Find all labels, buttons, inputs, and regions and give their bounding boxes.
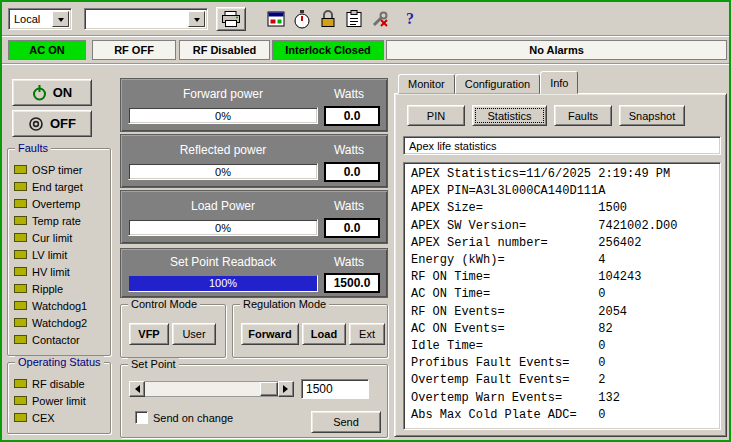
send-button[interactable]: Send bbox=[311, 411, 381, 433]
fault-led-icon bbox=[14, 301, 27, 310]
operating-status-group: Operating Status RF disable Power limit … bbox=[7, 362, 111, 434]
control-mode-title: Control Mode bbox=[128, 298, 200, 310]
load-power-meter: Load Power Watts 0% 0.0 bbox=[120, 190, 388, 244]
meter-unit: Watts bbox=[318, 143, 380, 157]
fault-label: LV limit bbox=[32, 249, 67, 261]
pin-button[interactable]: PIN bbox=[407, 105, 465, 126]
lock-button[interactable] bbox=[316, 7, 340, 31]
faults-button[interactable]: Faults bbox=[554, 105, 612, 126]
power-off-icon bbox=[28, 116, 44, 132]
preset-select-dropdown-button[interactable] bbox=[188, 11, 205, 27]
snapshot-button[interactable]: Snapshot bbox=[619, 105, 685, 126]
ext-regulation-button[interactable]: Ext bbox=[349, 323, 385, 345]
reflected-power-meter: Reflected power Watts 0% 0.0 bbox=[120, 134, 388, 188]
status-item-rf-disable: RF disable bbox=[8, 375, 110, 392]
fault-led-icon bbox=[14, 165, 27, 174]
meter-header: Set Point Readback Watts bbox=[128, 253, 380, 270]
slider-track[interactable] bbox=[145, 381, 278, 397]
slider-right-button[interactable] bbox=[278, 381, 294, 397]
load-power-value: 0.0 bbox=[324, 218, 380, 238]
progress-percent-label: 0% bbox=[129, 164, 317, 179]
set-point-input[interactable] bbox=[301, 379, 369, 399]
user-mode-button[interactable]: User bbox=[172, 323, 216, 345]
status-label: Power limit bbox=[32, 395, 86, 407]
rf-on-button[interactable]: ON bbox=[12, 79, 92, 106]
meter-row: 100% 1500.0 bbox=[128, 273, 380, 293]
load-regulation-button[interactable]: Load bbox=[302, 323, 346, 345]
fault-label: HV limit bbox=[32, 266, 70, 278]
fault-led-icon bbox=[14, 318, 27, 327]
meter-title: Set Point Readback bbox=[128, 255, 318, 269]
meter-unit: Watts bbox=[318, 255, 380, 269]
forward-power-meter: Forward power Watts 0% 0.0 bbox=[120, 78, 388, 132]
fault-label: Ripple bbox=[32, 283, 63, 295]
preset-select[interactable] bbox=[84, 8, 208, 30]
tab-info[interactable]: Info bbox=[540, 71, 578, 94]
fault-label: Contactor bbox=[32, 334, 80, 346]
help-button[interactable]: ? bbox=[398, 7, 422, 31]
statistics-button[interactable]: Statistics bbox=[472, 105, 547, 126]
reflected-power-value: 0.0 bbox=[324, 162, 380, 182]
fault-led-icon bbox=[14, 335, 27, 344]
rf-off-button[interactable]: OFF bbox=[12, 110, 92, 137]
send-on-change-label: Send on change bbox=[153, 412, 233, 424]
print-button[interactable] bbox=[216, 7, 246, 31]
toolbar-separator bbox=[2, 35, 729, 37]
load-power-progressbar: 0% bbox=[128, 219, 318, 236]
slider-left-button[interactable] bbox=[129, 381, 145, 397]
send-on-change-checkbox[interactable] bbox=[135, 411, 148, 424]
mode-select-value: Local bbox=[9, 13, 52, 25]
help-icon: ? bbox=[406, 10, 414, 28]
control-mode-group: Control Mode VFP User bbox=[120, 304, 226, 358]
meter-header: Reflected power Watts bbox=[128, 141, 380, 159]
status-label: RF disable bbox=[32, 378, 85, 390]
fault-label: End target bbox=[32, 181, 83, 193]
meter-row: 0% 0.0 bbox=[128, 162, 380, 182]
log-button[interactable] bbox=[342, 7, 366, 31]
forward-regulation-button[interactable]: Forward bbox=[241, 323, 299, 345]
faults-group-title: Faults bbox=[15, 142, 51, 154]
status-led-icon bbox=[14, 413, 27, 422]
lock-icon bbox=[320, 10, 336, 28]
send-on-change-option[interactable]: Send on change bbox=[135, 411, 233, 424]
service-button[interactable] bbox=[368, 7, 392, 31]
tab-configuration[interactable]: Configuration bbox=[455, 74, 540, 94]
slider-thumb[interactable] bbox=[260, 382, 278, 396]
set-point-slider[interactable] bbox=[129, 381, 294, 397]
info-tab-page: PIN Statistics Faults Snapshot Apex life… bbox=[394, 93, 727, 437]
arrow-right-icon bbox=[283, 385, 292, 393]
fault-led-icon bbox=[14, 284, 27, 293]
meter-title: Forward power bbox=[128, 87, 318, 101]
chevron-down-icon bbox=[194, 18, 200, 25]
mode-select[interactable]: Local bbox=[8, 8, 72, 30]
regulation-mode-buttons: Forward Load Ext bbox=[233, 305, 387, 345]
panel-icon bbox=[267, 11, 285, 27]
status-label: CEX bbox=[32, 412, 55, 424]
off-button-label: OFF bbox=[50, 116, 76, 131]
fault-item-ripple: Ripple bbox=[8, 280, 110, 297]
statistics-text-area[interactable]: APEX Statistics=11/6/2025 2:19:49 PM APE… bbox=[403, 162, 721, 430]
vfp-mode-button[interactable]: VFP bbox=[129, 323, 169, 345]
status-item-power-limit: Power limit bbox=[8, 392, 110, 409]
rf-disabled-indicator: RF Disabled bbox=[179, 40, 270, 60]
tab-monitor[interactable]: Monitor bbox=[398, 74, 455, 94]
toolbar: Local bbox=[2, 2, 729, 35]
fault-label: Temp rate bbox=[32, 215, 81, 227]
fault-item-watchdog1: Watchdog1 bbox=[8, 297, 110, 314]
status-led-icon bbox=[14, 396, 27, 405]
progress-percent-label: 0% bbox=[129, 220, 317, 235]
stopwatch-button[interactable] bbox=[290, 7, 314, 31]
fault-item-temp-rate: Temp rate bbox=[8, 212, 110, 229]
alarms-status-indicator: No Alarms bbox=[386, 40, 727, 60]
mode-select-dropdown-button[interactable] bbox=[52, 11, 69, 27]
progress-percent-label: 100% bbox=[129, 276, 317, 291]
statistics-description-field[interactable]: Apex life statistics bbox=[403, 136, 721, 155]
panel-button[interactable] bbox=[264, 7, 288, 31]
set-point-readback-meter: Set Point Readback Watts 100% 1500.0 bbox=[120, 248, 388, 298]
fault-led-icon bbox=[14, 250, 27, 259]
arrow-left-icon bbox=[131, 385, 140, 393]
reflected-power-progressbar: 0% bbox=[128, 163, 318, 180]
interlock-status-indicator: Interlock Closed bbox=[272, 40, 384, 60]
status-separator bbox=[2, 63, 729, 65]
fault-item-osp-timer: OSP timer bbox=[8, 161, 110, 178]
